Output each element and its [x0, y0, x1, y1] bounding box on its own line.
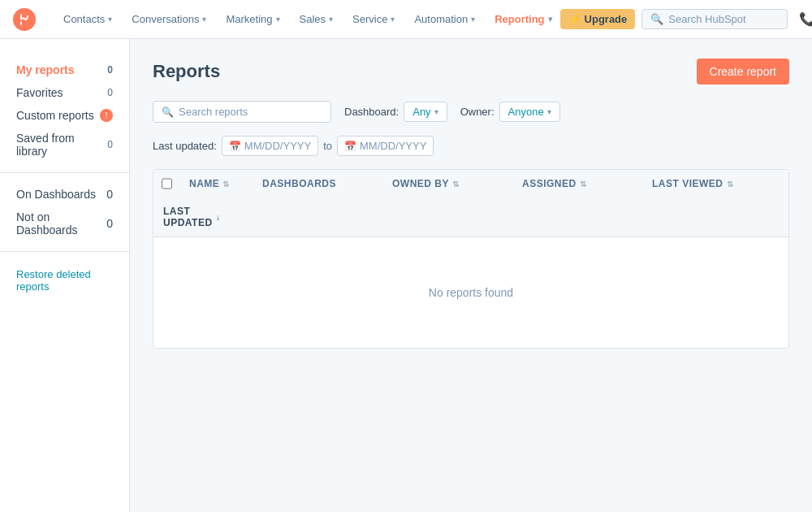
date-to-placeholder: MM/DD/YYYY [360, 140, 426, 152]
select-all-checkbox-cell[interactable] [153, 170, 179, 197]
chevron-down-icon: ▾ [108, 15, 112, 24]
date-from-placeholder: MM/DD/YYYY [244, 140, 311, 152]
chevron-down-icon: ▾ [202, 15, 206, 24]
upgrade-button[interactable]: ⚡ Upgrade [560, 9, 636, 29]
sidebar-item-on-dashboards[interactable]: On Dashboards 0 [0, 183, 129, 206]
report-search[interactable]: 🔍 [153, 101, 331, 123]
column-header-name[interactable]: NAME ⇅ [179, 170, 253, 197]
sidebar-item-custom-reports[interactable]: Custom reports ! [0, 104, 129, 127]
column-header-dashboards: DASHBOARDS [253, 170, 382, 197]
nav-reporting[interactable]: Reporting▾ [486, 8, 559, 30]
search-icon: 🔍 [650, 13, 663, 25]
column-header-last-updated[interactable]: LAST UPDATED ↓ [153, 197, 179, 236]
phone-icon-button[interactable]: 📞 [794, 8, 812, 30]
page-container: My reports 0 Favorites 0 Custom reports … [0, 39, 812, 512]
page-title: Reports [153, 61, 220, 82]
table-empty-state: No reports found [153, 237, 788, 348]
page-header: Reports Create report [153, 59, 789, 85]
nav-service[interactable]: Service▾ [344, 8, 403, 30]
chevron-down-icon: ▾ [471, 15, 475, 24]
sidebar-item-not-on-dashboards[interactable]: Not on Dashboards 0 [0, 206, 129, 241]
chevron-down-icon: ▾ [547, 107, 551, 116]
owner-dropdown[interactable]: Anyone ▾ [499, 102, 560, 122]
saved-from-library-count: 0 [107, 139, 113, 150]
date-to-input[interactable]: 📅 MM/DD/YYYY [337, 136, 434, 156]
restore-deleted-reports-link[interactable]: Restore deleted reports [0, 262, 129, 299]
nav-marketing[interactable]: Marketing▾ [218, 8, 287, 30]
custom-reports-warning-badge: ! [100, 109, 113, 122]
global-search[interactable]: 🔍 [641, 9, 788, 29]
not-on-dashboards-count: 0 [106, 217, 113, 230]
dashboard-filter: Dashboard: Any ▾ [344, 102, 447, 122]
column-header-owned-by[interactable]: OWNED BY ⇅ [382, 170, 512, 197]
sort-icon: ⇅ [222, 180, 230, 189]
search-icon: 🔍 [162, 106, 174, 118]
owner-filter-value: Anyone [508, 106, 544, 118]
sidebar-item-my-reports[interactable]: My reports 0 [0, 59, 129, 81]
sort-desc-icon: ↓ [216, 213, 221, 222]
chevron-down-icon: ▾ [548, 15, 552, 24]
last-updated-filter: Last updated: 📅 MM/DD/YYYY to 📅 MM/DD/YY… [153, 136, 434, 156]
date-to-label: to [323, 140, 332, 152]
top-navigation: Contacts▾ Conversations▾ Marketing▾ Sale… [0, 0, 812, 39]
owner-filter: Owner: Anyone ▾ [460, 102, 560, 122]
chevron-down-icon: ▾ [434, 107, 438, 116]
create-report-button[interactable]: Create report [697, 59, 789, 85]
empty-message: No reports found [429, 286, 513, 299]
sidebar-divider [0, 172, 129, 173]
nav-automation[interactable]: Automation▾ [406, 8, 483, 30]
chevron-down-icon: ▾ [276, 15, 280, 24]
on-dashboards-count: 0 [106, 188, 113, 201]
reports-table: NAME ⇅ DASHBOARDS OWNED BY ⇅ ASSIGNED ⇅ … [153, 169, 789, 349]
nav-links: Contacts▾ Conversations▾ Marketing▾ Sale… [55, 8, 560, 30]
nav-sales[interactable]: Sales▾ [292, 8, 342, 30]
favorites-count: 0 [107, 87, 113, 98]
dashboard-filter-label: Dashboard: [344, 106, 399, 118]
upgrade-icon: ⚡ [568, 13, 581, 25]
report-search-input[interactable] [179, 106, 322, 118]
my-reports-count: 0 [107, 64, 113, 76]
select-all-checkbox[interactable] [162, 178, 172, 189]
chevron-down-icon: ▾ [391, 15, 395, 24]
main-content: Reports Create report 🔍 Dashboard: Any ▾… [130, 39, 812, 512]
sort-icon: ⇅ [452, 180, 460, 189]
topnav-right: ⚡ Upgrade 🔍 📞 💬 ❓ ⚙ 🔔 IS Inspired Spac ▾ [560, 7, 812, 32]
nav-contacts[interactable]: Contacts▾ [55, 8, 120, 30]
table-header: NAME ⇅ DASHBOARDS OWNED BY ⇅ ASSIGNED ⇅ … [153, 170, 788, 237]
nav-conversations[interactable]: Conversations▾ [123, 8, 214, 30]
dashboard-dropdown[interactable]: Any ▾ [404, 102, 447, 122]
owner-filter-label: Owner: [460, 106, 495, 118]
dashboard-filter-value: Any [412, 106, 430, 118]
sidebar: My reports 0 Favorites 0 Custom reports … [0, 39, 130, 512]
sidebar-item-favorites[interactable]: Favorites 0 [0, 81, 129, 104]
sort-icon: ⇅ [580, 180, 587, 189]
sidebar-item-saved-from-library[interactable]: Saved from library 0 [0, 127, 129, 163]
sidebar-divider-2 [0, 251, 129, 252]
column-header-last-viewed[interactable]: LAST VIEWED ⇅ [642, 170, 788, 197]
date-from-input[interactable]: 📅 MM/DD/YYYY [222, 136, 318, 156]
column-header-assigned[interactable]: ASSIGNED ⇅ [512, 170, 642, 197]
hubspot-logo[interactable] [13, 8, 36, 31]
calendar-icon: 📅 [229, 141, 241, 152]
filters-bar: 🔍 Dashboard: Any ▾ Owner: Anyone ▾ Last … [153, 101, 789, 156]
last-updated-label: Last updated: [153, 140, 217, 152]
sort-icon: ⇅ [727, 180, 734, 189]
global-search-input[interactable] [668, 13, 779, 25]
chevron-down-icon: ▾ [329, 15, 333, 24]
calendar-icon: 📅 [344, 141, 356, 152]
